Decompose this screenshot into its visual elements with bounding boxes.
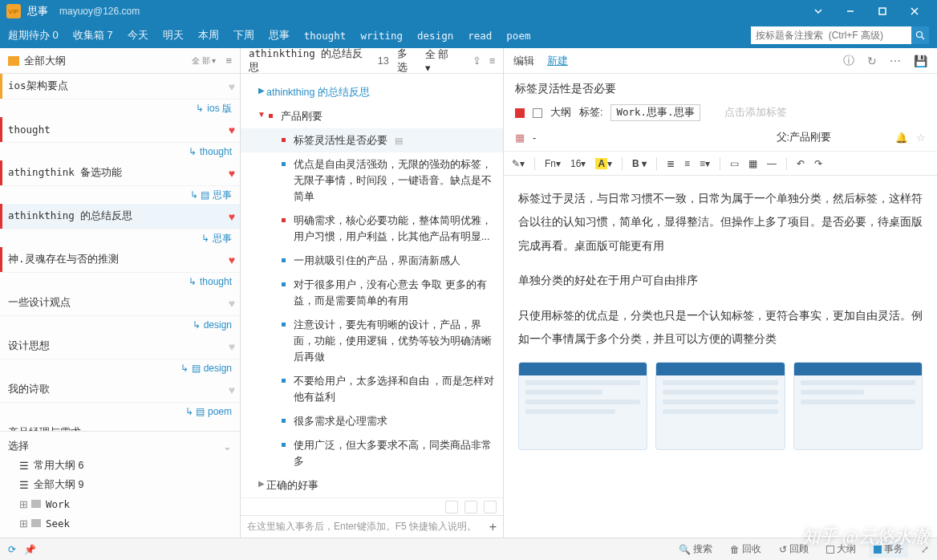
select-item[interactable]: ☰常用大纲 6 [8,456,232,475]
list-ul-icon[interactable]: ≣ [667,158,675,169]
add-task-button[interactable]: + [489,520,497,534]
tree-row[interactable]: 一用就吸引住的产品，界面清新感人 [241,249,503,273]
info-icon[interactable]: ⓘ [843,54,854,68]
image-icon[interactable]: ▭ [730,158,739,169]
font-name[interactable]: Fn ▾ [545,158,561,169]
tree-tool-3[interactable] [484,501,497,513]
tree-row[interactable]: ▶athinkthing 的总结反思 [241,80,503,104]
undo-icon[interactable]: ↶ [797,158,805,169]
search-input[interactable] [756,30,907,41]
sb-sync-icon[interactable]: ⟳ [8,544,16,555]
hr-icon[interactable]: — [767,158,777,169]
outline-tag[interactable]: ↳ 思事 [0,229,240,247]
save-icon[interactable]: 💾 [914,55,927,67]
tree-row[interactable]: 标签灵活性是否必要 ▤ [241,128,503,152]
thumb-2[interactable] [655,362,785,450]
nav-today[interactable]: 今天 [128,28,148,43]
search-box[interactable] [751,26,911,44]
outline-item[interactable]: 我的诗歌♥ [0,377,240,403]
outline-item[interactable]: 神.灵魂存在与否的推测♥ [0,247,240,273]
left-filter[interactable]: 全 部 ▾ [192,55,217,67]
sb-search[interactable]: 🔍搜索 [674,541,717,558]
highlight-button[interactable]: A ▾ [595,158,612,169]
add-hint[interactable]: 在这里输入事务后，Enter键添加。F5 快捷输入说明。 [247,520,477,534]
nav-writing[interactable]: writing [360,30,403,42]
sb-task[interactable]: 事务 [869,541,908,558]
thumb-3[interactable] [793,362,923,450]
window-dropdown[interactable] [802,0,834,22]
note-body[interactable]: 标签过于灵活，与日常习惯不一致，日常为属于一个单独分类，然后标签，这样符合以往的… [504,176,937,538]
tree-row[interactable]: 明确需求，核心必要功能，整体简明优雅，用户习惯，用户利益，比其他产品有明显... [241,209,503,249]
nav-read[interactable]: read [468,30,492,42]
tree-row[interactable]: 使用广泛，但大多要求不高，同类商品非常多 [241,433,503,473]
outline-tag[interactable]: ↳ thought [0,273,240,290]
tree-row[interactable]: ▶正确的好事 [241,473,503,497]
select-item[interactable]: ☰全部大纲 9 [8,475,232,494]
outline-item[interactable]: 一些设计观点♥ [0,290,240,316]
tree-row[interactable]: 优点是自由灵活强劲，无限的强劲的标签，无限子事情，时间段，一键语音。缺点是不简单 [241,152,503,209]
outline-item[interactable]: 产品经理与需求♥ [0,420,240,431]
nav-tomorrow[interactable]: 明天 [163,28,184,43]
nav-sishi[interactable]: 思事 [269,28,290,43]
align-icon[interactable]: ≡▾ [700,158,710,169]
outline-tag[interactable]: ↳ thought [0,143,240,160]
nav-poem[interactable]: poem [506,30,530,42]
middle-filter[interactable]: 全 部 ▾ [425,48,456,74]
tree-tool-2[interactable] [464,501,477,513]
select-item[interactable]: ⊞Seek [8,513,232,533]
table-icon[interactable]: ▦ [748,158,757,169]
sb-expand-icon[interactable]: ⤢ [921,544,929,555]
tree-row[interactable]: 不要给用户，太多选择和自由 ，而是怎样对他有益利 [241,369,503,409]
window-minimize[interactable] [834,0,866,22]
tree-tool-1[interactable] [445,501,458,513]
outline-item[interactable]: ios架构要点♥ [0,74,240,99]
tag-value[interactable]: Work.思事.思事 [610,104,700,121]
more-icon[interactable]: ⋯ [890,55,901,67]
checkbox[interactable] [533,108,542,118]
outline-item[interactable]: athingthink 备选功能♥ [0,160,240,186]
nav-week[interactable]: 本周 [198,28,219,43]
nav-design[interactable]: design [417,30,453,42]
tree-row[interactable]: ▼产品刚要 [241,104,503,128]
new-link[interactable]: 新建 [547,54,568,68]
middle-multi[interactable]: 多选 [397,48,417,75]
export-icon[interactable]: ⇪ [473,55,481,67]
tree-row[interactable]: 很多需求是心理需求 [241,409,503,433]
magic-icon[interactable]: ✎▾ [512,158,525,169]
outline-tag[interactable]: ↳ design [0,316,240,334]
window-maximize[interactable] [866,0,898,22]
middle-menu-icon[interactable]: ≡ [489,55,495,67]
nav-inbox[interactable]: 收集箱 7 [73,28,113,43]
outline-tag[interactable]: ↳ ▤design [0,359,240,377]
bell-icon[interactable]: 🔔 [895,132,908,144]
tree-row[interactable]: 对于很多用户，没有心意去 争取 更多的有益，而是需要简单的有用 [241,273,503,313]
select-item[interactable]: ⊞Work [8,494,232,513]
left-menu-icon[interactable]: ≡ [225,55,232,67]
redo-icon[interactable]: ↷ [814,158,822,169]
outline-tag[interactable]: ↳ ▤poem [0,403,240,420]
search-button[interactable] [911,26,929,44]
outline-item[interactable]: athinkthing 的总结反思♥ [0,204,240,229]
thumb-1[interactable] [518,362,647,450]
star-icon[interactable]: ☆ [916,132,926,144]
priority-icon[interactable] [515,108,525,118]
sb-recycle[interactable]: 🗑回收 [725,541,766,558]
tree-row[interactable]: 注意设计，要先有明晰的设计，产品，界面，功能，使用逻辑，优势等较为明确清晰后再做 [241,313,503,369]
select-header[interactable]: 选择⌄ [8,436,232,456]
history-icon[interactable]: ↻ [867,55,877,67]
list-ol-icon[interactable]: ≡ [684,158,690,169]
window-close[interactable] [898,0,931,22]
nav-nextweek[interactable]: 下周 [233,28,254,43]
font-size[interactable]: 16 ▾ [570,158,586,169]
nav-overdue[interactable]: 超期待办 0 [8,28,59,43]
bold-button[interactable]: B ▾ [632,158,647,169]
outline-item[interactable]: 设计思想♥ [0,334,240,359]
sb-pin-icon[interactable]: 📌 [24,544,36,555]
nav-thought[interactable]: thought [304,30,347,42]
outline-tag[interactable]: ↳ ▤思事 [0,186,240,204]
outline-tag[interactable]: ↳ ios 版 [0,99,240,117]
parent-label[interactable]: 父:产品刚要 [777,131,831,144]
note-title[interactable]: 标签灵活性是否必要 [504,74,937,101]
calendar-icon[interactable]: ▦ [515,132,525,144]
sb-outline[interactable]: 大纲 [821,541,861,558]
